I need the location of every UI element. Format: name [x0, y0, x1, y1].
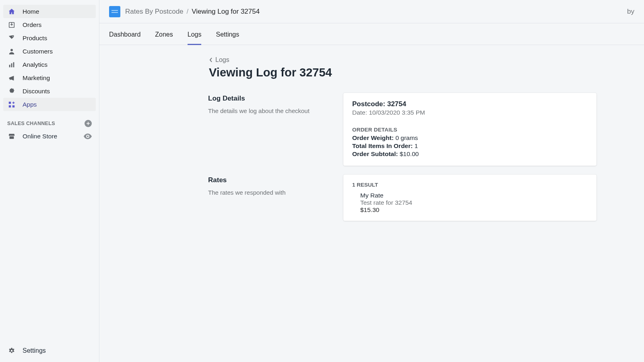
- rate-item: My Rate Test rate for 32754 $15.30: [352, 192, 588, 214]
- svg-rect-7: [9, 105, 11, 107]
- tab-logs[interactable]: Logs: [188, 31, 202, 45]
- back-label: Logs: [215, 56, 229, 64]
- rate-price: $15.30: [360, 206, 588, 214]
- svg-rect-5: [13, 62, 14, 67]
- rates-results-header: 1 RESULT: [352, 182, 588, 188]
- channel-label: Online Store: [23, 133, 57, 140]
- view-store-icon[interactable]: [84, 134, 92, 139]
- sidebar: Home Orders Products Customers Analytics…: [0, 0, 99, 362]
- breadcrumb: Rates By Postcode / Viewing Log for 3275…: [99, 0, 644, 23]
- nav-label: Products: [23, 35, 47, 42]
- tab-dashboard[interactable]: Dashboard: [109, 31, 140, 45]
- rate-desc: Test rate for 32754: [360, 199, 588, 206]
- postcode-line: Postcode: 32754: [352, 100, 588, 108]
- svg-point-1: [12, 36, 13, 37]
- sidebar-settings[interactable]: Settings: [3, 343, 96, 359]
- page-body: Logs Viewing Log for 32754 Log Details T…: [99, 45, 644, 241]
- sidebar-item-marketing[interactable]: Marketing: [3, 71, 96, 84]
- chevron-left-icon: [209, 57, 213, 63]
- store-icon: [7, 133, 16, 140]
- svg-rect-8: [12, 105, 14, 107]
- tabs: Dashboard Zones Logs Settings: [99, 23, 644, 45]
- nav-label: Analytics: [23, 61, 47, 68]
- sidebar-item-orders[interactable]: Orders: [3, 18, 96, 31]
- svg-rect-4: [11, 63, 12, 67]
- sidebar-item-products[interactable]: Products: [3, 31, 96, 45]
- nav-label: Apps: [23, 101, 37, 108]
- discounts-icon: [7, 87, 16, 95]
- svg-rect-6: [9, 101, 11, 103]
- gear-icon: [7, 347, 16, 354]
- order-weight: Order Weight: 0 grams: [352, 134, 588, 142]
- customers-icon: [7, 47, 16, 56]
- svg-point-2: [10, 49, 13, 51]
- order-items: Total Items In Order: 1: [352, 142, 588, 150]
- main: Rates By Postcode / Viewing Log for 3275…: [99, 0, 644, 362]
- nav-label: Marketing: [23, 74, 50, 82]
- sidebar-item-customers[interactable]: Customers: [3, 45, 96, 58]
- tab-settings[interactable]: Settings: [216, 31, 239, 45]
- log-details-heading: Log Details: [208, 95, 333, 103]
- crumb-page: Viewing Log for 32754: [192, 8, 260, 16]
- svg-rect-3: [9, 65, 10, 67]
- channels-header: SALES CHANNELS: [3, 111, 96, 130]
- rates-heading: Rates: [208, 176, 333, 184]
- section-log-details: Log Details The details we log about the…: [208, 93, 597, 166]
- svg-point-9: [87, 136, 89, 137]
- rate-name: My Rate: [360, 192, 588, 199]
- order-subtotal: Order Subtotal: $10.00: [352, 150, 588, 158]
- sidebar-settings-label: Settings: [23, 347, 46, 354]
- back-to-logs-link[interactable]: Logs: [209, 56, 597, 64]
- crumb-app-name[interactable]: Rates By Postcode: [125, 8, 184, 16]
- channel-online-store[interactable]: Online Store: [3, 130, 96, 143]
- nav-label: Customers: [23, 48, 53, 55]
- orders-icon: [7, 21, 16, 29]
- topbar-right-text: by: [627, 8, 634, 16]
- log-details-card: Postcode: 32754 Date: 10/03/2020 3:35 PM…: [343, 93, 597, 166]
- add-channel-icon[interactable]: [85, 120, 92, 127]
- sidebar-item-apps[interactable]: Apps: [3, 98, 96, 111]
- channels-header-label: SALES CHANNELS: [7, 121, 55, 126]
- log-details-sub: The details we log about the checkout: [208, 107, 333, 114]
- nav-label: Discounts: [23, 88, 50, 95]
- sidebar-item-home[interactable]: Home: [3, 5, 96, 18]
- tab-zones[interactable]: Zones: [155, 31, 173, 45]
- page-title: Viewing Log for 32754: [209, 66, 597, 79]
- rates-card: 1 RESULT My Rate Test rate for 32754 $15…: [343, 175, 597, 221]
- nav-label: Orders: [23, 21, 41, 29]
- app-badge-icon: [109, 6, 120, 17]
- date-line: Date: 10/03/2020 3:35 PM: [352, 109, 588, 116]
- rates-sub: The rates we responded with: [208, 189, 333, 196]
- sidebar-item-discounts[interactable]: Discounts: [3, 84, 96, 98]
- section-rates: Rates The rates we responded with 1 RESU…: [208, 175, 597, 221]
- crumb-separator: /: [187, 8, 189, 16]
- home-icon: [7, 8, 16, 16]
- products-icon: [7, 34, 16, 42]
- order-details-header: ORDER DETAILS: [352, 127, 588, 133]
- apps-icon: [7, 101, 16, 109]
- analytics-icon: [7, 61, 16, 69]
- sidebar-item-analytics[interactable]: Analytics: [3, 58, 96, 71]
- nav-label: Home: [23, 8, 39, 15]
- marketing-icon: [7, 74, 16, 82]
